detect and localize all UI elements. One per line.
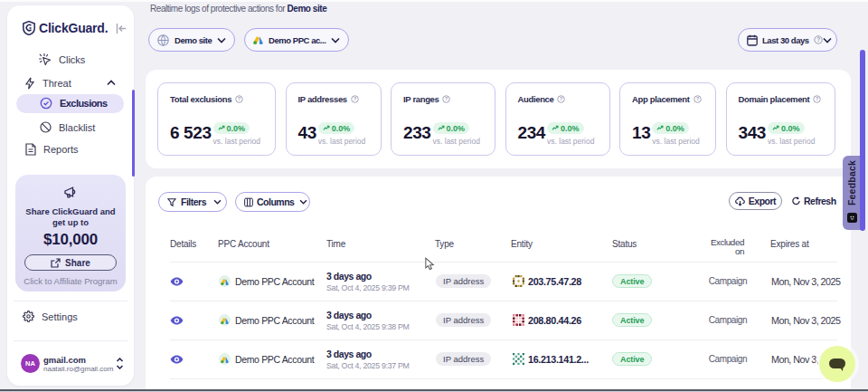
svg-text:?: ? <box>695 96 699 101</box>
svg-text:?: ? <box>816 96 819 101</box>
svg-text:?: ? <box>816 36 820 43</box>
svg-text:?: ? <box>560 96 563 101</box>
svg-text:?: ? <box>354 96 357 101</box>
svg-text:?: ? <box>238 96 241 101</box>
svg-text:?: ? <box>445 96 448 101</box>
